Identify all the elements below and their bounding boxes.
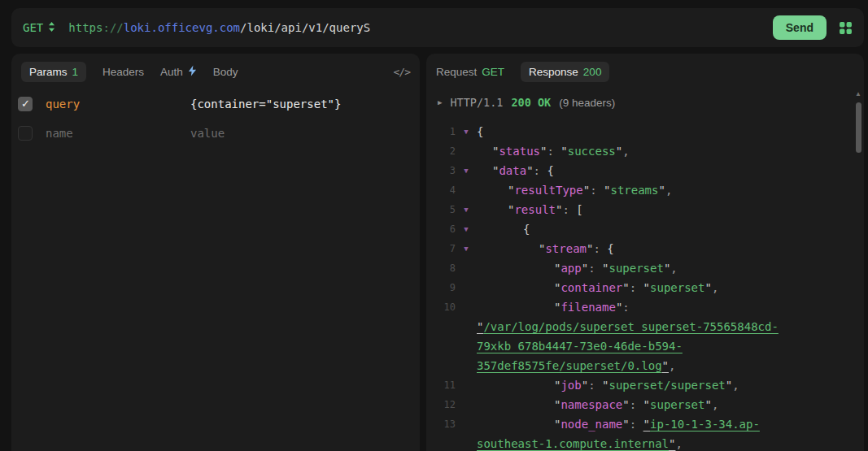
response-status-badge: 200 (583, 66, 602, 78)
line-number: 3 (438, 161, 456, 180)
json-line-content: "status": "success", (477, 141, 630, 161)
json-line: 2"status": "success", (438, 141, 843, 161)
json-line: 11"job": "superset/superset", (438, 375, 843, 395)
json-line: 79xkb_678b4447-73e0-46de-b594- (438, 336, 843, 356)
collapse-triangle-icon (456, 414, 477, 434)
request-panel: Params 1 Headers Auth Body </> query {co… (11, 54, 420, 451)
json-line-content: "result": [ (477, 200, 583, 219)
param-name-input[interactable]: name (46, 127, 190, 140)
collapse-triangle-icon[interactable]: ▼ (456, 122, 477, 141)
collapse-triangle-icon (456, 356, 477, 375)
json-line: 9"container": "superset", (438, 278, 843, 297)
json-line: southeast-1.compute.internal", (438, 434, 843, 451)
tab-headers[interactable]: Headers (103, 66, 144, 78)
json-line: 357def8575fe/superset/0.log", (438, 356, 843, 375)
method-label: GET (23, 21, 43, 34)
url-input[interactable]: https://loki.officevg.com/loki/api/v1/qu… (68, 21, 764, 34)
request-tabs: Params 1 Headers Auth Body </> (11, 54, 420, 89)
code-view-icon[interactable]: </> (394, 66, 410, 78)
request-bar: GET https://loki.officevg.com/loki/api/v… (11, 8, 864, 47)
collapse-triangle-icon[interactable]: ▼ (456, 161, 477, 180)
collapse-triangle-icon[interactable]: ▼ (456, 200, 477, 219)
response-panel: Request GET Response 200 ▶ HTTP/1.1 200 … (426, 54, 864, 451)
json-line-content: "/var/log/pods/superset_superset-7556584… (477, 317, 779, 336)
status-line[interactable]: ▶ HTTP/1.1 200 OK (9 headers) (438, 93, 843, 112)
json-line-content: "node_name": "ip-10-1-3-34.ap- (477, 414, 760, 434)
response-body: ▶ HTTP/1.1 200 OK (9 headers) 1▼{2"statu… (426, 89, 864, 451)
scrollbar-thumb[interactable] (856, 102, 861, 153)
scrollbar-up-icon[interactable]: ▲ (855, 91, 861, 98)
json-line-content: "app": "superset", (477, 258, 678, 278)
json-line-content: { (477, 219, 530, 239)
collapse-triangle-icon (456, 375, 477, 395)
url-separator: :// (103, 21, 123, 34)
collapse-triangle-icon[interactable]: ▼ (456, 239, 477, 258)
url-scheme: https (68, 21, 103, 34)
param-row: query {container="superset"} (11, 89, 420, 119)
json-line: 10"filename": (438, 297, 843, 317)
json-line: 3▼"data": { (438, 161, 843, 180)
collapse-triangle-icon (456, 297, 477, 317)
headers-count: (9 headers) (559, 97, 615, 109)
tab-request-label: Request (436, 66, 477, 78)
json-line-content: "data": { (477, 161, 554, 180)
line-number: 4 (438, 180, 456, 200)
json-line: 4"resultType": "streams", (438, 180, 843, 200)
collapse-triangle-icon (456, 180, 477, 200)
json-line: 6▼{ (438, 219, 843, 239)
line-number: 9 (438, 278, 456, 297)
line-number: 7 (438, 239, 456, 258)
url-host: loki.officevg.com (124, 21, 240, 34)
json-line-content: { (477, 122, 483, 141)
tab-body-label: Body (213, 66, 238, 78)
json-line-content: "job": "superset/superset", (477, 375, 739, 395)
json-line-content: "filename": (477, 297, 630, 317)
updown-arrows-icon (48, 21, 55, 35)
tab-response[interactable]: Response 200 (521, 62, 609, 82)
param-name-input[interactable]: query (46, 98, 190, 111)
collapse-triangle-icon[interactable]: ▼ (456, 219, 477, 239)
tab-request[interactable]: Request GET (436, 66, 504, 78)
tab-auth[interactable]: Auth (160, 65, 197, 79)
line-number (438, 317, 456, 336)
collapse-triangle-icon (456, 336, 477, 356)
param-value-input[interactable]: {container="superset"} (190, 98, 420, 111)
tab-auth-label: Auth (160, 66, 183, 78)
response-scrollbar: ▲ (854, 91, 862, 153)
collapse-triangle-icon (456, 141, 477, 161)
tab-body[interactable]: Body (213, 66, 238, 78)
line-number (438, 336, 456, 356)
line-number (438, 434, 456, 451)
collapse-triangle-icon (456, 278, 477, 297)
lightning-bolt-icon (188, 65, 197, 79)
param-checkbox[interactable] (18, 97, 33, 111)
line-number: 11 (438, 375, 456, 395)
line-number: 10 (438, 297, 456, 317)
method-selector[interactable]: GET (23, 21, 55, 35)
json-line: 8"app": "superset", (438, 258, 843, 278)
json-line-content: southeast-1.compute.internal", (477, 434, 683, 451)
tab-response-label: Response (529, 66, 578, 78)
tab-params[interactable]: Params 1 (21, 62, 86, 82)
json-line: "/var/log/pods/superset_superset-7556584… (438, 317, 843, 336)
collapse-triangle-icon (456, 317, 477, 336)
collapse-triangle-icon (456, 395, 477, 414)
apps-grid-icon[interactable] (838, 20, 853, 35)
http-status: 200 OK (511, 96, 551, 109)
url-path: /loki/api/v1/queryS (240, 21, 370, 34)
params-count-badge: 1 (72, 66, 79, 78)
collapse-triangle-icon (456, 258, 477, 278)
line-number (438, 356, 456, 375)
json-line: 5▼"result": [ (438, 200, 843, 219)
line-number: 5 (438, 200, 456, 219)
line-number: 12 (438, 395, 456, 414)
param-checkbox[interactable] (18, 126, 33, 141)
line-number: 1 (438, 122, 456, 141)
param-value-input[interactable]: value (190, 127, 420, 140)
send-button[interactable]: Send (773, 15, 827, 40)
line-number: 2 (438, 141, 456, 161)
json-line-content: "namespace": "superset", (477, 395, 718, 414)
response-json: 1▼{2"status": "success",3▼"data": {4"res… (438, 122, 843, 451)
params-table: query {container="superset"} name value (11, 89, 420, 148)
tab-params-label: Params (29, 66, 68, 78)
